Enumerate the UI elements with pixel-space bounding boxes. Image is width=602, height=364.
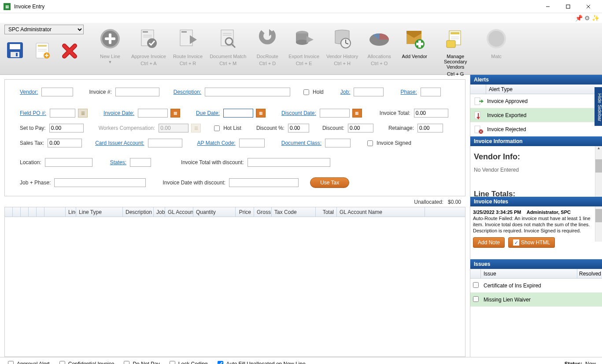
ribbon-document-match: Document Match Ctrl + M: [206, 25, 250, 77]
ribbon-manage-secondary-vendors[interactable]: Manage Secondary Vendors Ctrl + G: [432, 25, 479, 77]
job-input[interactable]: [354, 88, 384, 96]
approval-alert-checkbox[interactable]: Approval Alert: [6, 360, 50, 364]
grid-col-description[interactable]: Description: [123, 207, 154, 217]
location-input[interactable]: [45, 158, 92, 167]
sales-tax-input[interactable]: [48, 139, 82, 147]
maximize-button[interactable]: [558, 0, 578, 13]
show-html-toggle[interactable]: ✓Show HTML: [508, 237, 555, 248]
card-issuer-input[interactable]: [148, 139, 182, 147]
auto-fill-checkbox[interactable]: Auto Fill Unallocated on New Line: [216, 360, 306, 364]
ribbon-icon: [290, 25, 318, 53]
alert-type-col: Alert Type: [486, 85, 602, 94]
pin-icon[interactable]: 📌: [575, 15, 583, 22]
gear-icon[interactable]: ⚙: [584, 15, 590, 22]
doc-class-label[interactable]: Document Class:: [281, 140, 321, 146]
grid-col-gross[interactable]: Gross: [254, 207, 272, 217]
inv-total-disc-input[interactable]: [247, 158, 330, 167]
grid-col-gl-account-name[interactable]: GL Account Name: [337, 207, 425, 217]
states-label[interactable]: States:: [110, 159, 126, 165]
retainage-input[interactable]: [417, 124, 443, 132]
discount-pct-input[interactable]: [288, 124, 309, 132]
field-po-input[interactable]: [50, 109, 75, 118]
phase-label[interactable]: Phase:: [400, 89, 417, 95]
hold-checkbox[interactable]: [303, 89, 309, 95]
delete-button[interactable]: [59, 40, 80, 61]
description-label[interactable]: Description:: [174, 89, 201, 95]
alert-row[interactable]: Invoice Rejected: [470, 122, 602, 136]
issue-row[interactable]: Certificate of Ins Expired: [470, 279, 602, 293]
issue-checkbox[interactable]: [473, 282, 479, 288]
quick-icons: 📌 ⚙ ✨: [0, 13, 602, 23]
job-phase-input[interactable]: [54, 178, 146, 187]
discount-input[interactable]: [348, 124, 373, 132]
grid-body[interactable]: [5, 217, 465, 357]
invoice-signed-checkbox[interactable]: [367, 140, 373, 146]
vendor-label[interactable]: Vendor:: [20, 89, 38, 95]
description-input[interactable]: [205, 88, 290, 96]
info-scrollbar[interactable]: ▲: [595, 146, 602, 197]
ribbon-toolbar: SPC Administrator New Line ▼ Approve Inv…: [0, 23, 602, 75]
wand-icon[interactable]: ✨: [592, 15, 599, 22]
alert-icon: [472, 110, 485, 120]
discount-date-label[interactable]: Discount Date:: [281, 110, 316, 116]
confidential-checkbox[interactable]: Confidential Invoice: [58, 360, 114, 364]
issue-row[interactable]: Missing Lien Waiver: [470, 293, 602, 307]
minimize-button[interactable]: [538, 0, 558, 13]
doc-class-input[interactable]: [325, 139, 351, 147]
workers-comp-input: [159, 124, 188, 132]
grid-col-line-type[interactable]: Line Type: [76, 207, 123, 217]
admin-select[interactable]: SPC Administrator: [4, 25, 84, 34]
due-date-label[interactable]: Due Date:: [196, 110, 220, 116]
field-po-picker-icon[interactable]: ☰: [78, 109, 88, 118]
grid-col-job[interactable]: Job: [154, 207, 165, 217]
alert-row[interactable]: Invoice Exported: [470, 108, 602, 122]
invoice-date-calendar-icon[interactable]: ▦: [170, 109, 180, 118]
card-issuer-label[interactable]: Card Issuer Account:: [95, 140, 144, 146]
svg-rect-20: [143, 31, 148, 33]
ribbon-add-vendor[interactable]: Add Vendor: [397, 25, 432, 77]
set-to-pay-input[interactable]: [49, 124, 84, 132]
save-button[interactable]: [4, 40, 26, 61]
states-input[interactable]: [130, 158, 151, 167]
invoice-num-input[interactable]: [115, 88, 159, 96]
svg-rect-9: [38, 45, 47, 47]
phase-input[interactable]: [421, 88, 441, 96]
job-label[interactable]: Job:: [340, 89, 351, 95]
ap-match-label[interactable]: AP Match Code:: [197, 140, 236, 146]
inv-date-disc-input[interactable]: [229, 178, 299, 187]
invoice-date-input[interactable]: [138, 109, 168, 118]
close-button[interactable]: [578, 0, 598, 13]
do-not-pay-checkbox[interactable]: Do Not Pay: [122, 360, 159, 364]
grid-col-price[interactable]: Price: [236, 207, 254, 217]
discount-date-input[interactable]: [320, 109, 350, 118]
ribbon-icon: [441, 25, 469, 53]
grid-col-tax-code[interactable]: Tax Code: [272, 207, 316, 217]
ap-match-input[interactable]: [239, 139, 265, 147]
field-po-label[interactable]: Field PO #:: [20, 110, 46, 116]
due-date-calendar-icon[interactable]: ▦: [256, 109, 266, 118]
alert-row[interactable]: Invoice Approved: [470, 94, 602, 108]
vendor-info-sub: No Vendor Entered: [474, 167, 598, 173]
issue-checkbox[interactable]: [473, 296, 479, 302]
invoice-date-label[interactable]: Invoice Date:: [103, 110, 134, 116]
hide-sidebar-button[interactable]: Hide Sidebar: [595, 87, 602, 126]
hot-list-checkbox[interactable]: [214, 125, 220, 131]
grid-col-gl-account[interactable]: GL Account: [165, 207, 193, 217]
notes-scrollbar[interactable]: [595, 206, 602, 242]
invoice-new-button[interactable]: [32, 40, 53, 61]
lock-coding-checkbox[interactable]: Lock Coding: [168, 360, 208, 364]
grid-col-total[interactable]: Total: [316, 207, 337, 217]
grid-col-line[interactable]: Line: [66, 207, 76, 217]
vendor-input[interactable]: [41, 88, 73, 96]
ribbon-icon: [214, 25, 242, 53]
discount-pct-label: Discount %:: [256, 125, 284, 131]
add-note-button[interactable]: Add Note: [473, 237, 505, 248]
inv-date-disc-label: Invoice Date with discount:: [163, 180, 225, 186]
grid-col-quantity[interactable]: Quantity: [193, 207, 236, 217]
use-tax-button[interactable]: Use Tax: [310, 177, 349, 188]
invoice-total-input[interactable]: [414, 109, 448, 118]
svg-point-33: [296, 40, 308, 45]
due-date-input[interactable]: [223, 109, 253, 118]
app-icon: ▦: [4, 3, 11, 10]
discount-date-calendar-icon[interactable]: ▦: [352, 109, 362, 118]
